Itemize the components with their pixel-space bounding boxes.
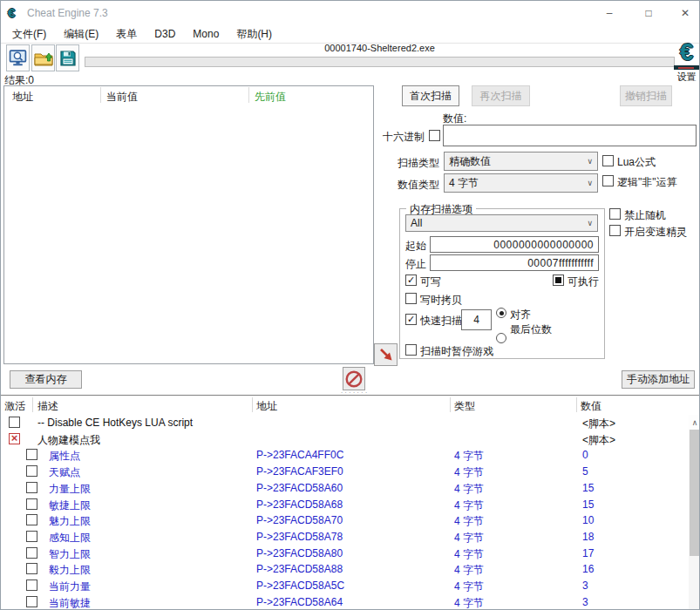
row-description[interactable]: 毅力上限 bbox=[49, 563, 91, 578]
row-type[interactable]: 4 字节 bbox=[454, 482, 484, 497]
results-col-current[interactable]: 当前值 bbox=[106, 90, 138, 105]
disable-random-checkbox[interactable] bbox=[609, 208, 621, 220]
row-description[interactable]: 当前力量 bbox=[49, 580, 91, 594]
row-active-checkbox[interactable] bbox=[26, 449, 37, 460]
menu-mono[interactable]: Mono bbox=[184, 26, 228, 42]
row-value[interactable]: 17 bbox=[582, 547, 594, 559]
col-description[interactable]: 描述 bbox=[37, 399, 58, 414]
row-active-checkbox[interactable] bbox=[26, 514, 37, 525]
row-description[interactable]: 敏捷上限 bbox=[49, 498, 91, 513]
fast-scan-alignment-input[interactable]: 4 bbox=[461, 309, 492, 330]
save-table-button[interactable] bbox=[56, 44, 79, 71]
row-description[interactable]: 当前敏捷 bbox=[49, 596, 91, 610]
hex-checkbox[interactable] bbox=[429, 130, 440, 141]
last-digits-radio[interactable] bbox=[496, 333, 506, 343]
row-address[interactable]: P->23FACD58A88 bbox=[256, 563, 343, 575]
scan-type-select[interactable]: 精确数值 ∨ bbox=[444, 152, 598, 171]
row-type[interactable]: 4 字节 bbox=[454, 547, 484, 562]
row-type[interactable]: 4 字节 bbox=[454, 449, 484, 464]
table-row[interactable]: 属性点P->23FACA4FF0C4 字节0 bbox=[1, 447, 689, 464]
row-type[interactable]: 4 字节 bbox=[454, 531, 484, 546]
memory-view-button[interactable]: 查看内存 bbox=[10, 370, 82, 389]
row-type[interactable]: 4 字节 bbox=[454, 596, 484, 610]
scan-value-input[interactable] bbox=[443, 125, 697, 146]
col-address[interactable]: 地址 bbox=[256, 399, 277, 414]
table-row[interactable]: 敏捷上限P->23FACD58A684 字节15 bbox=[1, 497, 689, 513]
row-type[interactable]: 4 字节 bbox=[454, 498, 484, 513]
row-value[interactable]: 15 bbox=[582, 498, 594, 511]
executable-checkbox[interactable] bbox=[553, 274, 564, 286]
speedhack-checkbox[interactable] bbox=[609, 225, 621, 236]
row-description[interactable]: 天赋点 bbox=[49, 465, 80, 480]
col-active[interactable]: 激活 bbox=[4, 399, 25, 414]
address-table-scrollbar[interactable]: ∧ bbox=[689, 415, 700, 610]
settings-label[interactable]: 设置 bbox=[672, 71, 700, 84]
scrollbar-thumb[interactable] bbox=[690, 430, 700, 556]
scroll-up-icon[interactable]: ∧ bbox=[689, 415, 700, 430]
row-value[interactable]: 18 bbox=[582, 531, 594, 543]
row-type[interactable]: 4 字节 bbox=[454, 465, 484, 480]
maximize-button[interactable]: □ bbox=[634, 2, 663, 24]
row-type[interactable]: 4 字节 bbox=[454, 563, 484, 578]
row-value[interactable]: 3 bbox=[582, 580, 588, 592]
fast-scan-checkbox[interactable] bbox=[405, 314, 417, 325]
attach-pointer-button[interactable] bbox=[374, 343, 398, 366]
minimize-button[interactable]: – bbox=[595, 2, 624, 24]
row-active-checkbox[interactable] bbox=[26, 482, 37, 493]
row-value[interactable]: 10 bbox=[582, 514, 594, 526]
row-description[interactable]: 属性点 bbox=[49, 449, 80, 464]
row-address[interactable]: P->23FACD58A78 bbox=[256, 531, 343, 543]
table-row[interactable]: 当前敏捷P->23FACD58A644 字节3 bbox=[1, 594, 689, 610]
table-row[interactable]: 智力上限P->23FACD58A804 字节17 bbox=[1, 546, 689, 562]
settings-logo-group[interactable]: € 设置 bbox=[672, 39, 700, 84]
col-type[interactable]: 类型 bbox=[454, 399, 475, 414]
row-active-checkbox[interactable] bbox=[26, 563, 37, 574]
results-col-divider[interactable] bbox=[100, 87, 101, 103]
row-active-checkbox[interactable] bbox=[9, 417, 20, 428]
row-value[interactable]: 0 bbox=[582, 449, 588, 461]
row-description[interactable]: -- Disable CE HotKeys LUA script bbox=[37, 417, 193, 429]
results-col-divider[interactable] bbox=[248, 87, 249, 103]
row-value[interactable]: 16 bbox=[582, 563, 594, 575]
row-address[interactable]: P->23FACA4FF0C bbox=[256, 449, 343, 461]
row-active-checkbox[interactable] bbox=[26, 498, 37, 510]
table-row[interactable]: -- Disable CE HotKeys LUA script<脚本> bbox=[1, 415, 689, 431]
row-description[interactable]: 感知上限 bbox=[49, 531, 91, 546]
row-active-checkbox[interactable] bbox=[26, 531, 37, 542]
table-row[interactable]: 感知上限P->23FACD58A784 字节18 bbox=[1, 529, 689, 546]
row-address[interactable]: P->23FACD58A68 bbox=[256, 498, 343, 511]
row-address[interactable]: P->23FACAF3EF0 bbox=[256, 465, 343, 478]
pause-game-checkbox[interactable] bbox=[405, 344, 417, 356]
table-row[interactable]: 天赋点P->23FACAF3EF04 字节5 bbox=[1, 464, 689, 480]
row-address[interactable]: P->23FACD58A80 bbox=[256, 547, 343, 559]
row-address[interactable]: P->23FACD58A60 bbox=[256, 482, 343, 494]
menu-file[interactable]: 文件(F) bbox=[3, 25, 55, 44]
row-value[interactable]: 15 bbox=[582, 482, 594, 494]
close-button[interactable]: ✕ bbox=[670, 2, 700, 24]
row-value[interactable]: 5 bbox=[582, 465, 588, 478]
table-row[interactable]: 魅力上限P->23FACD58A704 字节10 bbox=[1, 512, 689, 529]
row-description[interactable]: 魅力上限 bbox=[49, 514, 91, 529]
first-scan-button[interactable]: 首次扫描 bbox=[402, 85, 459, 106]
menu-table[interactable]: 表单 bbox=[107, 25, 146, 44]
logical-not-checkbox[interactable] bbox=[602, 175, 614, 186]
writable-checkbox[interactable] bbox=[405, 274, 417, 286]
table-row[interactable]: 毅力上限P->23FACD58A884 字节16 bbox=[1, 561, 689, 578]
row-value[interactable]: <脚本> bbox=[582, 433, 615, 448]
cancel-scan-button[interactable] bbox=[343, 367, 365, 390]
aligned-radio[interactable] bbox=[496, 308, 506, 318]
start-address-input[interactable]: 0000000000000000 bbox=[430, 236, 599, 253]
copy-on-write-checkbox[interactable] bbox=[405, 293, 417, 304]
table-row[interactable]: 人物建模点我<脚本> bbox=[1, 431, 689, 448]
row-address[interactable]: P->23FACD58A70 bbox=[256, 514, 343, 526]
row-active-checkbox[interactable] bbox=[26, 596, 37, 607]
col-value[interactable]: 数值 bbox=[581, 399, 601, 414]
menu-help[interactable]: 帮助(H) bbox=[228, 25, 281, 44]
menu-d3d[interactable]: D3D bbox=[146, 26, 184, 42]
row-type[interactable]: 4 字节 bbox=[454, 580, 484, 594]
memory-region-select[interactable]: All ∨ bbox=[405, 214, 598, 232]
row-type[interactable]: 4 字节 bbox=[454, 514, 484, 529]
table-row[interactable]: 当前力量P->23FACD58A5C4 字节3 bbox=[1, 578, 689, 594]
table-row[interactable]: 力量上限P->23FACD58A604 字节15 bbox=[1, 480, 689, 497]
row-description[interactable]: 人物建模点我 bbox=[37, 433, 100, 448]
